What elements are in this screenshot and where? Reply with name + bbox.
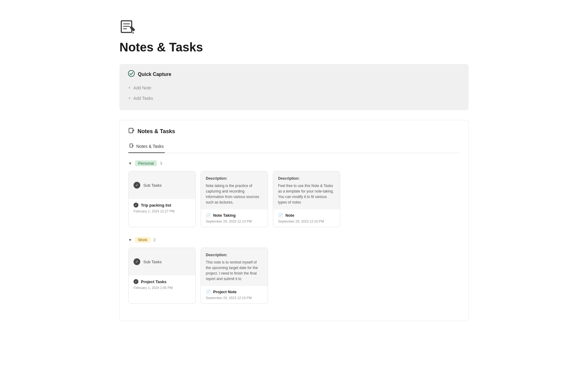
- category-group-personal: ▼ Personal 3 ✓ Sub Tasks ✓ Trip packing …: [128, 160, 460, 227]
- doc-icon: 📄: [278, 213, 283, 218]
- card-note-taking[interactable]: Description: Note taking is the practice…: [201, 171, 268, 227]
- subtasks-preview: ✓ Sub Tasks: [129, 171, 195, 199]
- page-icon: [119, 18, 137, 36]
- card-project-tasks[interactable]: ✓ Sub Tasks ✓ Project Tasks February 1, …: [128, 248, 196, 304]
- description-preview: Description: Feel free to use this Note …: [273, 171, 340, 209]
- card-title: Trip packing list: [141, 203, 171, 208]
- check-circle-icon: ✓: [134, 182, 140, 189]
- svg-rect-7: [129, 128, 133, 133]
- card-title: Note: [285, 213, 294, 218]
- personal-category-header: ▼ Personal 3: [128, 160, 460, 166]
- doc-icon: 📄: [206, 290, 211, 294]
- chevron-down-icon-work[interactable]: ▼: [128, 238, 132, 242]
- card-footer: 📄 Note Taking September 29, 2023 12:13 P…: [201, 209, 268, 227]
- preview-text: Note taking is the practice of capturing…: [206, 183, 263, 205]
- subtasks-label: Sub Tasks: [143, 260, 162, 264]
- page-title: Notes & Tasks: [119, 40, 469, 54]
- page-container: Notes & Tasks Quick Capture + Add Note +…: [95, 0, 493, 339]
- card-footer: ✓ Trip packing list February 1, 2024 12:…: [129, 199, 195, 217]
- card-date: September 29, 2023 12:13 PM: [206, 219, 263, 223]
- card-date: February 1, 2024 1:05 PM: [134, 286, 190, 290]
- card-title-row: 📄 Note: [278, 213, 335, 218]
- card-check-icon: ✓: [134, 279, 138, 284]
- card-title-row: ✓ Trip packing list: [134, 203, 190, 208]
- tab-notes-tasks[interactable]: Notes & Tasks: [128, 141, 165, 153]
- card-footer: 📄 Project Note September 29, 2023 12:16 …: [201, 286, 268, 303]
- svg-rect-8: [130, 144, 133, 147]
- subtasks-preview: ✓ Sub Tasks: [129, 248, 195, 275]
- add-note-label: Add Note: [133, 85, 151, 90]
- preview-label: Description:: [206, 176, 263, 181]
- notes-tasks-edit-icon: [128, 128, 134, 135]
- card-title-row: 📄 Project Note: [206, 290, 263, 294]
- card-title-row: 📄 Note Taking: [206, 213, 263, 218]
- preview-text: This note is to remind myself of the upc…: [206, 260, 263, 282]
- quick-capture-header: Quick Capture: [128, 70, 460, 78]
- card-footer: ✓ Project Tasks February 1, 2024 1:05 PM: [129, 275, 195, 293]
- personal-badge: Personal: [135, 160, 157, 166]
- preview-label: Description:: [278, 176, 335, 181]
- plus-icon-note: +: [128, 85, 131, 91]
- preview-label: Description:: [206, 252, 263, 258]
- quick-capture-title: Quick Capture: [138, 72, 171, 77]
- card-note[interactable]: Description: Feel free to use this Note …: [273, 171, 340, 227]
- quick-capture-section: Quick Capture + Add Note + Add Tasks: [119, 64, 469, 110]
- add-tasks-label: Add Tasks: [133, 96, 153, 101]
- tab-notes-tasks-label: Notes & Tasks: [136, 144, 164, 149]
- description-preview: Description: This note is to remind myse…: [201, 248, 268, 286]
- work-cards-grid: ✓ Sub Tasks ✓ Project Tasks February 1, …: [128, 248, 460, 304]
- card-title: Project Note: [213, 290, 237, 294]
- chevron-down-icon-personal[interactable]: ▼: [128, 161, 132, 166]
- preview-text: Feel free to use this Note & Tasks as a …: [278, 183, 335, 205]
- notes-tasks-section: Notes & Tasks Notes & Tasks ▼ Personal 3: [119, 120, 469, 321]
- card-date: September 29, 2023 12:16 PM: [206, 296, 263, 300]
- card-footer: 📄 Note September 29, 2023 12:10 PM: [273, 209, 340, 227]
- quick-capture-check-icon: [128, 70, 135, 78]
- personal-count: 3: [160, 161, 162, 166]
- notes-tasks-section-title: Notes & Tasks: [138, 128, 175, 135]
- description-preview: Description: Note taking is the practice…: [201, 171, 268, 209]
- subtasks-label: Sub Tasks: [143, 183, 162, 188]
- card-title: Project Tasks: [141, 279, 167, 284]
- notes-tasks-header: Notes & Tasks: [128, 128, 460, 135]
- svg-marker-5: [132, 32, 134, 34]
- card-date: September 29, 2023 12:10 PM: [278, 219, 335, 223]
- add-tasks-button[interactable]: + Add Tasks: [128, 94, 460, 103]
- add-note-button[interactable]: + Add Note: [128, 83, 460, 92]
- card-check-icon: ✓: [134, 203, 138, 208]
- card-date: February 1, 2024 12:27 PM: [134, 209, 190, 213]
- tabs-container: Notes & Tasks: [128, 141, 460, 153]
- svg-point-6: [128, 70, 134, 77]
- card-title: Note Taking: [213, 213, 236, 218]
- card-project-note[interactable]: Description: This note is to remind myse…: [201, 248, 268, 304]
- card-trip-packing[interactable]: ✓ Sub Tasks ✓ Trip packing list February…: [128, 171, 196, 227]
- svg-rect-4: [130, 26, 135, 31]
- card-title-row: ✓ Project Tasks: [134, 279, 190, 284]
- work-badge: Work: [135, 237, 150, 243]
- tab-edit-icon: [130, 144, 134, 149]
- work-category-header: ▼ Work 2: [128, 237, 460, 243]
- category-group-work: ▼ Work 2 ✓ Sub Tasks ✓ Project Tasks: [128, 237, 460, 304]
- personal-cards-grid: ✓ Sub Tasks ✓ Trip packing list February…: [128, 171, 460, 227]
- plus-icon-tasks: +: [128, 95, 131, 101]
- work-count: 2: [153, 238, 156, 242]
- check-circle-icon: ✓: [134, 258, 140, 265]
- doc-icon: 📄: [206, 213, 211, 218]
